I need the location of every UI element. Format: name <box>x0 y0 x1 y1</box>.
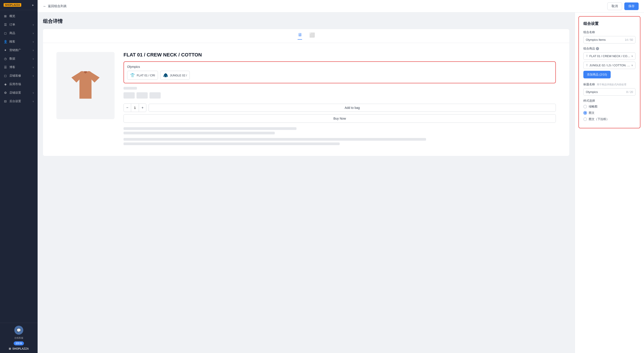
product-dropdown-2[interactable]: ⠿ JUNGLE 02 / LS / COTTON. RIPSTOP ∨ <box>583 62 636 69</box>
sidebar-item-store-design[interactable]: ◻ 店铺装修 ∨ <box>0 72 38 80</box>
sidebar-item-backend-settings[interactable]: ⊟ 后台设置 ∨ <box>0 97 38 106</box>
sidebar-item-label: 博客 <box>10 65 15 69</box>
bundle-item-label: JUNGLE 02 / <box>170 74 187 77</box>
quantity-decrease-button[interactable]: − <box>124 104 131 112</box>
skeleton-lines <box>124 87 556 100</box>
blog-icon: ☰ <box>4 65 7 69</box>
store-design-icon: ◻ <box>4 74 7 78</box>
product-dropdown-1[interactable]: ⠿ FLAT 01 / CREW NECK / COTTON ∨ <box>583 53 636 60</box>
cancel-button[interactable]: 取消 <box>607 3 622 10</box>
style-image-text-label: 图文 <box>589 111 594 115</box>
chevron-down-icon: ∨ <box>32 66 34 69</box>
main-content: ← 返回组合列表 取消 保存 组合详情 🖥 ⬜ <box>38 0 644 353</box>
page-main: 组合详情 🖥 ⬜ <box>38 13 575 353</box>
product-title: FLAT 01 / CREW NECK / COTTON <box>124 52 556 58</box>
sidebar-item-orders[interactable]: ☰ 订单 ∨ <box>0 20 38 29</box>
style-label: 样式选择 <box>583 99 636 103</box>
back-arrow-icon: ← <box>43 4 46 8</box>
group-name-counter: 14 / 50 <box>625 38 633 42</box>
bundle-selector: Olympics 👕 FLAT 01 / CRI 🧥 JUNGLE 02 / <box>124 61 556 83</box>
radio-image-text[interactable] <box>583 111 587 115</box>
panel-title: 组合设置 <box>583 21 636 26</box>
drag-handle-icon: ⠿ <box>586 64 588 67</box>
chevron-down-icon: ∨ <box>32 49 34 52</box>
product-info: FLAT 01 / CREW NECK / COTTON Olympics 👕 … <box>124 52 556 147</box>
sidebar-logo[interactable]: SHOPLAZZA ▶ <box>0 0 38 10</box>
chevron-down-icon: ∨ <box>631 55 633 58</box>
overview-icon: ⊞ <box>4 14 7 18</box>
title-name-label: 标题名称 用于商品详情款式内容处理 <box>583 82 636 87</box>
chevron-down-icon: ∨ <box>32 32 34 35</box>
bundle-item[interactable]: 👕 FLAT 01 / CRI <box>127 71 158 80</box>
tab-tablet[interactable]: ⬜ <box>309 32 315 40</box>
group-name-input[interactable]: Olympics Items 14 / 50 <box>583 36 636 44</box>
back-label: 返回组合列表 <box>48 4 67 8</box>
tab-desktop[interactable]: 🖥 <box>298 32 302 40</box>
sidebar-nav: ⊞ 概览 ☰ 订单 ∨ ◻ 商品 ∨ 👤 顾客 ∨ ✦ 营销推广 ∨ ◷ 数据 … <box>0 10 38 323</box>
group-name-value: Olympics Items <box>586 38 606 42</box>
radio-image-dropdown[interactable] <box>583 117 587 121</box>
quantity-increase-button[interactable]: + <box>139 104 146 112</box>
backend-settings-icon: ⊟ <box>4 100 7 103</box>
skeleton-size-2 <box>136 92 148 99</box>
sidebar-item-label: 营销推广 <box>10 48 21 52</box>
radio-thumbnail[interactable] <box>583 105 587 108</box>
style-option-image-dropdown[interactable]: 图文（下拉框） <box>583 117 636 121</box>
style-thumbnail-label: 缩略图 <box>589 105 598 109</box>
chevron-down-icon: ∨ <box>631 64 633 67</box>
skeleton-sizes <box>124 92 556 100</box>
bundle-item-label: FLAT 01 / CRI <box>137 74 155 77</box>
advanced-badge: 进阶版 <box>14 341 24 345</box>
skeleton-desc-2 <box>124 132 275 134</box>
sidebar-item-customers[interactable]: 👤 顾客 ∨ <box>0 38 38 46</box>
sidebar-item-label: 顾客 <box>10 40 15 44</box>
support-button[interactable]: 💬 <box>14 326 23 335</box>
sidebar-item-products[interactable]: ◻ 商品 ∨ <box>0 29 38 38</box>
sidebar-item-marketing[interactable]: ✦ 营销推广 ∨ <box>0 46 38 55</box>
chevron-down-icon: ∨ <box>32 100 34 103</box>
title-name-sub: 用于商品详情款式内容处理 <box>597 83 626 86</box>
sidebar-item-label: 店铺装修 <box>10 74 21 78</box>
chevron-down-icon: ∨ <box>32 58 34 60</box>
add-product-button[interactable]: 添加商品 (2/10) <box>583 71 611 78</box>
skeleton-description-2 <box>124 138 556 145</box>
skeleton-size-3 <box>150 92 161 99</box>
sidebar-item-app-market[interactable]: ◈ 应用市场 <box>0 80 38 89</box>
sidebar-item-label: 概览 <box>10 14 15 18</box>
shoplazza-brand: ⊞ SHOPLAZZA <box>9 347 29 350</box>
save-button[interactable]: 保存 <box>624 3 639 10</box>
sidebar: SHOPLAZZA ▶ ⊞ 概览 ☰ 订单 ∨ ◻ 商品 ∨ 👤 顾客 ∨ ✦ … <box>0 0 38 353</box>
skeleton-size-1 <box>124 92 135 99</box>
app-market-icon: ◈ <box>4 82 7 86</box>
bundle-group-label: Olympics <box>127 65 552 69</box>
sidebar-item-overview[interactable]: ⊞ 概览 <box>0 12 38 20</box>
marketing-icon: ✦ <box>4 48 7 52</box>
data-icon: ◷ <box>4 57 7 61</box>
bundle-item[interactable]: 🧥 JUNGLE 02 / <box>160 71 190 80</box>
sidebar-item-store-settings[interactable]: ⚙ 店铺设置 ∨ <box>0 89 38 97</box>
back-button[interactable]: ← 返回组合列表 <box>43 4 67 8</box>
add-to-bag-button[interactable]: Add to bag <box>148 104 556 112</box>
brand-name: SHOPLAZZA <box>12 347 29 350</box>
sidebar-item-label: 后台设置 <box>10 99 21 103</box>
sidebar-item-label: 店铺设置 <box>10 91 21 95</box>
info-icon[interactable]: ? <box>596 47 599 50</box>
top-actions: 取消 保存 <box>607 3 639 10</box>
brand-logo-icon: ⊞ <box>9 347 11 350</box>
style-option-image-text[interactable]: 图文 <box>583 111 636 115</box>
tablet-icon: ⬜ <box>309 32 315 38</box>
quantity-control[interactable]: − + <box>124 104 146 112</box>
title-name-input[interactable]: Olympics 8 / 20 <box>583 88 636 96</box>
customers-icon: 👤 <box>4 40 7 44</box>
style-option-thumbnail[interactable]: 缩略图 <box>583 105 636 109</box>
skeleton-desc-1 <box>124 127 296 130</box>
buy-now-button[interactable]: Buy Now <box>124 114 556 123</box>
sidebar-collapse-icon[interactable]: ▶ <box>32 4 34 6</box>
quantity-input[interactable] <box>131 104 139 112</box>
skeleton-price <box>124 87 137 90</box>
sidebar-item-data[interactable]: ◷ 数据 ∨ <box>0 55 38 63</box>
desktop-icon: 🖥 <box>298 32 302 38</box>
products-icon: ◻ <box>4 31 7 35</box>
support-label: 在线客服 <box>14 336 23 339</box>
sidebar-item-blog[interactable]: ☰ 博客 ∨ <box>0 63 38 72</box>
